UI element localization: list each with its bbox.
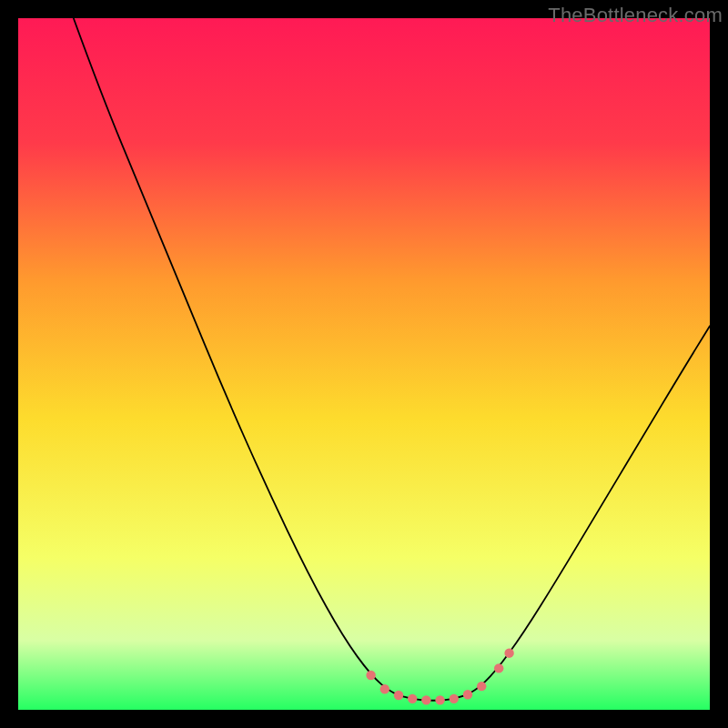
chart-svg <box>18 18 710 710</box>
watermark-text: TheBottleneck.com <box>548 4 723 27</box>
highlight-dot <box>408 694 417 703</box>
highlight-dot <box>435 695 444 704</box>
highlight-dot <box>463 690 472 699</box>
highlight-dot <box>380 684 389 693</box>
highlight-dot <box>477 682 486 691</box>
highlight-dot <box>450 694 459 703</box>
bottleneck-chart <box>18 18 710 710</box>
highlight-dot <box>421 695 430 704</box>
highlight-dot <box>366 671 375 680</box>
highlight-dot <box>394 691 403 700</box>
chart-background <box>18 18 710 710</box>
highlight-dot <box>494 663 503 672</box>
highlight-dot <box>504 648 513 657</box>
